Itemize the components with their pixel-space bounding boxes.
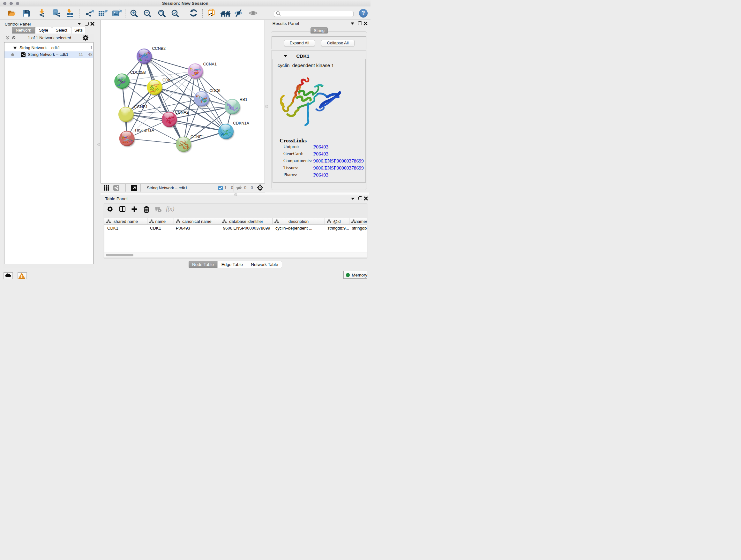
svg-text:CCNA2: CCNA2 (175, 110, 188, 115)
svg-text:CCNE1: CCNE1 (191, 135, 204, 139)
svg-text:CCNA1: CCNA1 (203, 62, 217, 66)
svg-text:CDKN1A: CDKN1A (233, 121, 249, 125)
svg-text:CDC25B: CDC25B (130, 70, 146, 75)
svg-text:RB1: RB1 (240, 98, 247, 102)
svg-text:CCNB2: CCNB2 (152, 46, 165, 51)
svg-text:CDK1: CDK1 (162, 78, 173, 82)
svg-text:CCNB1: CCNB1 (134, 105, 148, 109)
svg-text:CDC6: CDC6 (209, 88, 220, 93)
svg-text:HIST1H1A: HIST1H1A (135, 128, 154, 132)
